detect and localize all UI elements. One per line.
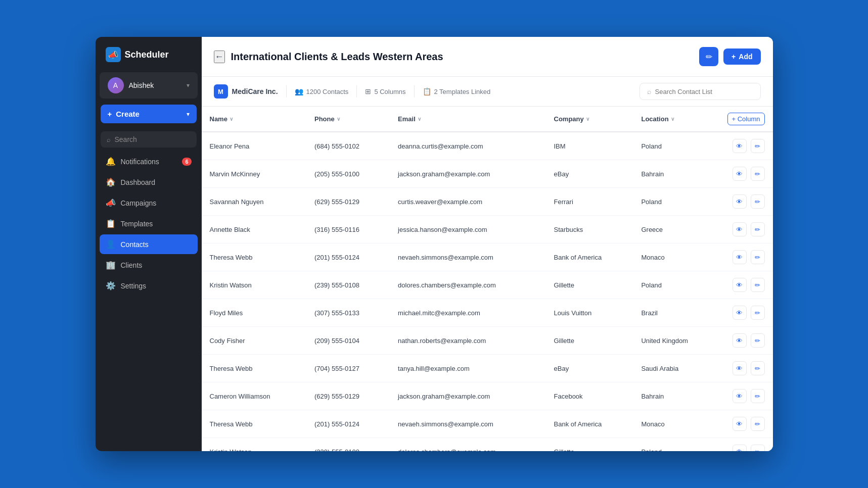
campaigns-icon: 📣 <box>106 198 116 208</box>
back-button[interactable]: ← <box>214 51 225 63</box>
cell-actions: 👁✏ <box>719 438 773 452</box>
view-row-button[interactable]: 👁 <box>733 333 747 348</box>
cell-actions: 👁✏ <box>719 216 773 243</box>
edit-row-button[interactable]: ✏ <box>751 333 765 348</box>
edit-row-button[interactable]: ✏ <box>751 167 765 181</box>
view-row-button[interactable]: 👁 <box>733 139 747 153</box>
view-row-button[interactable]: 👁 <box>733 167 747 181</box>
pencil-icon: ✏ <box>755 254 760 261</box>
cell-name: Cameron Williamson <box>202 382 306 410</box>
col-name[interactable]: Name ∨ <box>202 107 306 132</box>
cell-name: Theresa Webb <box>202 410 306 438</box>
col-phone-label: Phone <box>314 115 335 123</box>
edit-row-button[interactable]: ✏ <box>751 417 765 431</box>
view-row-button[interactable]: 👁 <box>733 250 747 264</box>
chevron-down-icon: ▾ <box>187 111 190 118</box>
view-row-button[interactable]: 👁 <box>733 222 747 236</box>
add-button[interactable]: + Add <box>723 48 760 65</box>
pencil-icon: ✏ <box>755 393 760 400</box>
sidebar-item-clients[interactable]: 🏢Clients <box>100 255 198 275</box>
edit-row-button[interactable]: ✏ <box>751 361 765 375</box>
sidebar-item-contacts[interactable]: 👤Contacts <box>100 234 198 254</box>
create-button[interactable]: + Create ▾ <box>101 105 197 123</box>
col-email[interactable]: Email ∨ <box>390 107 545 132</box>
cell-company: Starbucks <box>546 216 633 243</box>
edit-row-button[interactable]: ✏ <box>751 278 765 292</box>
sidebar-item-label: Dashboard <box>121 178 156 186</box>
add-column-button[interactable]: + Column <box>727 113 765 125</box>
view-row-button[interactable]: 👁 <box>733 306 747 320</box>
col-location[interactable]: Location ∨ <box>633 107 719 132</box>
cell-company: Bank of America <box>546 243 633 271</box>
edit-row-button[interactable]: ✏ <box>751 306 765 320</box>
cell-actions: 👁✏ <box>719 327 773 355</box>
sidebar-item-templates[interactable]: 📋Templates <box>100 214 198 233</box>
cell-company: Gillette <box>546 271 633 299</box>
view-row-button[interactable]: 👁 <box>733 389 747 403</box>
view-row-button[interactable]: 👁 <box>733 361 747 375</box>
search-input[interactable] <box>655 88 753 95</box>
cell-company: Ferrari <box>546 188 633 216</box>
edit-row-button[interactable]: ✏ <box>751 194 765 209</box>
user-profile[interactable]: A Abishek ▾ <box>100 72 198 99</box>
contacts-table-container: Name ∨ Phone ∨ Email <box>202 107 773 451</box>
cell-phone: (307) 555-0133 <box>306 299 390 327</box>
divider <box>414 85 415 97</box>
cell-actions: 👁✏ <box>719 382 773 410</box>
view-row-button[interactable]: 👁 <box>733 194 747 209</box>
cell-email: jackson.graham@example.com <box>390 382 545 410</box>
contacts-count: 1200 Contacts <box>306 88 349 95</box>
cell-location: Monaco <box>633 243 719 271</box>
app-logo: 📣 Scheduler <box>96 47 202 72</box>
cell-actions: 👁✏ <box>719 160 773 188</box>
sidebar-item-dashboard[interactable]: 🏠Dashboard <box>100 172 198 192</box>
col-company[interactable]: Company ∨ <box>546 107 633 132</box>
sort-icon: ∨ <box>586 116 589 122</box>
edit-row-button[interactable]: ✏ <box>751 389 765 403</box>
pencil-icon: ✏ <box>755 420 760 428</box>
view-row-button[interactable]: 👁 <box>733 445 747 451</box>
divider <box>286 85 287 97</box>
search-contact-list[interactable]: ⌕ <box>639 83 761 100</box>
cell-email: michael.mitc@example.com <box>390 299 545 327</box>
cell-name: Kristin Watson <box>202 438 306 452</box>
eye-icon: 👁 <box>736 337 743 345</box>
pencil-icon: ✏ <box>755 170 760 178</box>
cell-phone: (209) 555-0104 <box>306 327 390 355</box>
cell-name: Theresa Webb <box>202 243 306 271</box>
columns-icon: ⊞ <box>365 87 371 95</box>
logo-icon: 📣 <box>106 47 121 62</box>
view-row-button[interactable]: 👁 <box>733 278 747 292</box>
sidebar-search[interactable]: ⌕ Search <box>101 131 197 148</box>
col-phone[interactable]: Phone ∨ <box>306 107 390 132</box>
cell-name: Annette Black <box>202 216 306 243</box>
view-row-button[interactable]: 👁 <box>733 417 747 431</box>
pencil-icon: ✏ <box>755 281 760 289</box>
edit-button[interactable]: ✏ <box>699 47 718 66</box>
edit-row-button[interactable]: ✏ <box>751 250 765 264</box>
cell-phone: (239) 555-0108 <box>306 271 390 299</box>
cell-location: Bahrain <box>633 382 719 410</box>
cell-company: eBay <box>546 355 633 382</box>
table-row: Savannah Nguyen(629) 555-0129curtis.weav… <box>202 188 773 216</box>
cell-email: nevaeh.simmons@example.com <box>390 243 545 271</box>
org-icon: M <box>214 84 228 99</box>
sidebar-item-campaigns[interactable]: 📣Campaigns <box>100 193 198 213</box>
page-title: International Clients & Leads Western Ar… <box>231 51 443 63</box>
edit-row-button[interactable]: ✏ <box>751 445 765 451</box>
edit-row-button[interactable]: ✏ <box>751 139 765 153</box>
col-email-label: Email <box>398 115 416 123</box>
cell-email: nathan.roberts@example.com <box>390 327 545 355</box>
sidebar-item-settings[interactable]: ⚙️Settings <box>100 276 198 296</box>
table-row: Marvin McKinney(205) 555-0100jackson.gra… <box>202 160 773 188</box>
cell-actions: 👁✏ <box>719 243 773 271</box>
cell-phone: (239) 555-0108 <box>306 438 390 452</box>
search-icon: ⌕ <box>647 87 651 95</box>
cell-location: Poland <box>633 132 719 160</box>
cell-location: Brazil <box>633 299 719 327</box>
contacts-table: Name ∨ Phone ∨ Email <box>202 107 773 451</box>
username: Abishek <box>129 81 154 89</box>
edit-row-button[interactable]: ✏ <box>751 222 765 236</box>
sidebar-item-notifications[interactable]: 🔔Notifications6 <box>100 152 198 171</box>
table-row: Cody Fisher(209) 555-0104nathan.roberts@… <box>202 327 773 355</box>
